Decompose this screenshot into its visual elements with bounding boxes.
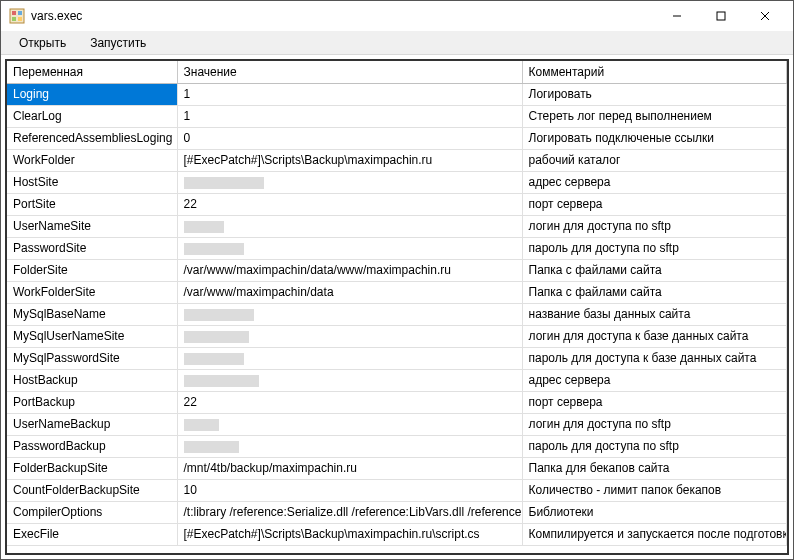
- cell-variable[interactable]: Loging: [7, 83, 177, 105]
- table-row[interactable]: ReferencedAssembliesLoging0Логировать по…: [7, 127, 787, 149]
- content-area: Переменная Значение Комментарий Loging1Л…: [1, 55, 793, 559]
- redacted-value: [184, 419, 219, 431]
- cell-comment[interactable]: Компилируется и запускается после подгот…: [522, 523, 787, 545]
- cell-value[interactable]: 22: [177, 391, 522, 413]
- table-row[interactable]: WorkFolderSite/var/www/maximpachin/dataП…: [7, 281, 787, 303]
- col-value[interactable]: Значение: [177, 61, 522, 83]
- cell-comment[interactable]: порт сервера: [522, 391, 787, 413]
- cell-comment[interactable]: пароль для доступа к базе данных сайта: [522, 347, 787, 369]
- cell-comment[interactable]: пароль для доступа по sftp: [522, 435, 787, 457]
- cell-comment[interactable]: пароль для доступа по sftp: [522, 237, 787, 259]
- table-row[interactable]: PortSite22порт сервера: [7, 193, 787, 215]
- cell-variable[interactable]: MySqlBaseName: [7, 303, 177, 325]
- cell-value[interactable]: /var/www/maximpachin/data: [177, 281, 522, 303]
- cell-value[interactable]: [177, 171, 522, 193]
- cell-variable[interactable]: ExecFile: [7, 523, 177, 545]
- cell-comment[interactable]: Библиотеки: [522, 501, 787, 523]
- cell-comment[interactable]: название базы данных сайта: [522, 303, 787, 325]
- cell-variable[interactable]: UserNameSite: [7, 215, 177, 237]
- cell-variable[interactable]: ClearLog: [7, 105, 177, 127]
- cell-comment[interactable]: Логировать подключеные ссылки: [522, 127, 787, 149]
- cell-variable[interactable]: FolderBackupSite: [7, 457, 177, 479]
- cell-variable[interactable]: HostSite: [7, 171, 177, 193]
- table-row[interactable]: FolderBackupSite/mnt/4tb/backup/maximpac…: [7, 457, 787, 479]
- redacted-value: [184, 309, 254, 321]
- cell-value[interactable]: [177, 435, 522, 457]
- cell-value[interactable]: [#ExecPatch#]\Scripts\Backup\maximpachin…: [177, 149, 522, 171]
- cell-variable[interactable]: MySqlUserNameSite: [7, 325, 177, 347]
- table-row[interactable]: MySqlPasswordSiteпароль для доступа к ба…: [7, 347, 787, 369]
- cell-variable[interactable]: CountFolderBackupSite: [7, 479, 177, 501]
- cell-comment[interactable]: логин для доступа по sftp: [522, 215, 787, 237]
- table-row[interactable]: MySqlBaseNameназвание базы данных сайта: [7, 303, 787, 325]
- cell-comment[interactable]: Папка с файлами сайта: [522, 281, 787, 303]
- cell-value[interactable]: 1: [177, 83, 522, 105]
- cell-variable[interactable]: PasswordSite: [7, 237, 177, 259]
- table-row[interactable]: Loging1Логировать: [7, 83, 787, 105]
- cell-value[interactable]: [177, 237, 522, 259]
- close-button[interactable]: [743, 2, 787, 30]
- cell-variable[interactable]: PortBackup: [7, 391, 177, 413]
- cell-variable[interactable]: ReferencedAssembliesLoging: [7, 127, 177, 149]
- cell-value[interactable]: [177, 215, 522, 237]
- cell-value[interactable]: [#ExecPatch#]\Scripts\Backup\maximpachin…: [177, 523, 522, 545]
- cell-variable[interactable]: UserNameBackup: [7, 413, 177, 435]
- cell-value[interactable]: [177, 325, 522, 347]
- table-row[interactable]: UserNameSiteлогин для доступа по sftp: [7, 215, 787, 237]
- cell-variable[interactable]: HostBackup: [7, 369, 177, 391]
- table-row[interactable]: FolderSite/var/www/maximpachin/data/www/…: [7, 259, 787, 281]
- cell-comment[interactable]: Папка с файлами сайта: [522, 259, 787, 281]
- svg-rect-4: [18, 17, 22, 21]
- minimize-button[interactable]: [655, 2, 699, 30]
- menubar: Открыть Запустить: [1, 31, 793, 55]
- redacted-value: [184, 243, 244, 255]
- cell-comment[interactable]: адрес сервера: [522, 171, 787, 193]
- table-row[interactable]: MySqlUserNameSiteлогин для доступа к баз…: [7, 325, 787, 347]
- table-row[interactable]: PasswordBackupпароль для доступа по sftp: [7, 435, 787, 457]
- cell-variable[interactable]: MySqlPasswordSite: [7, 347, 177, 369]
- maximize-button[interactable]: [699, 2, 743, 30]
- cell-variable[interactable]: CompilerOptions: [7, 501, 177, 523]
- cell-variable[interactable]: FolderSite: [7, 259, 177, 281]
- cell-value[interactable]: /var/www/maximpachin/data/www/maximpachi…: [177, 259, 522, 281]
- table-row[interactable]: UserNameBackupлогин для доступа по sftp: [7, 413, 787, 435]
- cell-comment[interactable]: порт сервера: [522, 193, 787, 215]
- cell-value[interactable]: [177, 413, 522, 435]
- cell-value[interactable]: [177, 347, 522, 369]
- cell-variable[interactable]: WorkFolderSite: [7, 281, 177, 303]
- cell-value[interactable]: /mnt/4tb/backup/maximpachin.ru: [177, 457, 522, 479]
- cell-comment[interactable]: логин для доступа к базе данных сайта: [522, 325, 787, 347]
- cell-value[interactable]: [177, 369, 522, 391]
- cell-value[interactable]: [177, 303, 522, 325]
- table-row[interactable]: HostBackupадрес сервера: [7, 369, 787, 391]
- table-row[interactable]: PortBackup22порт сервера: [7, 391, 787, 413]
- cell-comment[interactable]: рабочий каталог: [522, 149, 787, 171]
- table-row[interactable]: CountFolderBackupSite10Количество - лими…: [7, 479, 787, 501]
- cell-value[interactable]: 1: [177, 105, 522, 127]
- redacted-value: [184, 441, 239, 453]
- cell-value[interactable]: 22: [177, 193, 522, 215]
- variables-grid[interactable]: Переменная Значение Комментарий Loging1Л…: [5, 59, 789, 555]
- table-row[interactable]: WorkFolder[#ExecPatch#]\Scripts\Backup\m…: [7, 149, 787, 171]
- col-comment[interactable]: Комментарий: [522, 61, 787, 83]
- cell-variable[interactable]: WorkFolder: [7, 149, 177, 171]
- cell-value[interactable]: /t:library /reference:Serialize.dll /ref…: [177, 501, 522, 523]
- cell-comment[interactable]: логин для доступа по sftp: [522, 413, 787, 435]
- cell-comment[interactable]: Стереть лог перед выполнением: [522, 105, 787, 127]
- table-row[interactable]: CompilerOptions/t:library /reference:Ser…: [7, 501, 787, 523]
- table-row[interactable]: PasswordSiteпароль для доступа по sftp: [7, 237, 787, 259]
- table-row[interactable]: HostSiteадрес сервера: [7, 171, 787, 193]
- cell-comment[interactable]: Количество - лимит папок бекапов: [522, 479, 787, 501]
- cell-variable[interactable]: PasswordBackup: [7, 435, 177, 457]
- menu-open[interactable]: Открыть: [7, 33, 78, 53]
- table-row[interactable]: ExecFile[#ExecPatch#]\Scripts\Backup\max…: [7, 523, 787, 545]
- col-variable[interactable]: Переменная: [7, 61, 177, 83]
- cell-value[interactable]: 10: [177, 479, 522, 501]
- cell-comment[interactable]: адрес сервера: [522, 369, 787, 391]
- cell-comment[interactable]: Папка для бекапов сайта: [522, 457, 787, 479]
- cell-comment[interactable]: Логировать: [522, 83, 787, 105]
- menu-run[interactable]: Запустить: [78, 33, 158, 53]
- cell-variable[interactable]: PortSite: [7, 193, 177, 215]
- table-row[interactable]: ClearLog1Стереть лог перед выполнением: [7, 105, 787, 127]
- cell-value[interactable]: 0: [177, 127, 522, 149]
